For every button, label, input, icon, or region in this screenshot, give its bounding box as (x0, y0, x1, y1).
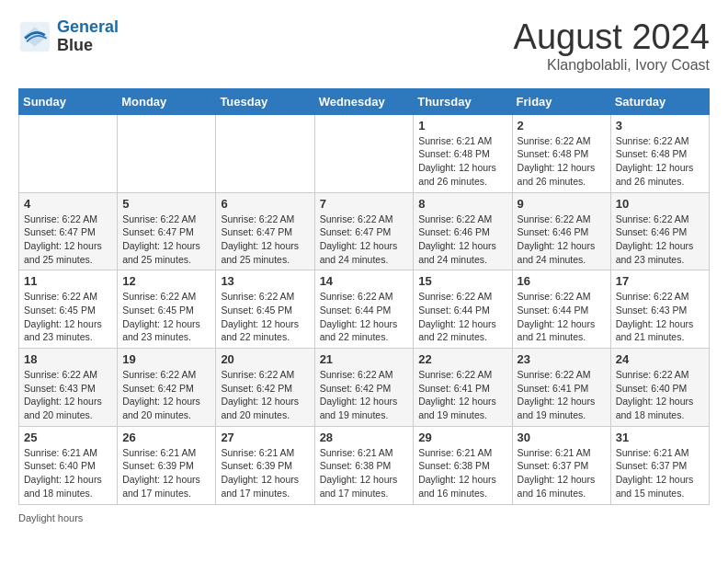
calendar-cell: 7Sunrise: 6:22 AM Sunset: 6:47 PM Daylig… (314, 192, 414, 270)
calendar-cell: 26Sunrise: 6:21 AM Sunset: 6:39 PM Dayli… (118, 426, 216, 504)
header-row: SundayMondayTuesdayWednesdayThursdayFrid… (19, 88, 710, 114)
calendar-cell: 31Sunrise: 6:21 AM Sunset: 6:37 PM Dayli… (610, 426, 709, 504)
day-number: 31 (616, 431, 704, 444)
main-title: August 2024 (514, 18, 710, 57)
day-number: 5 (122, 197, 210, 211)
subtitle: Klangbolabli, Ivory Coast (514, 57, 710, 74)
calendar-cell: 21Sunrise: 6:22 AM Sunset: 6:42 PM Dayli… (314, 349, 414, 427)
calendar-body: 1Sunrise: 6:21 AM Sunset: 6:48 PM Daylig… (19, 114, 710, 504)
day-info: Sunrise: 6:21 AM Sunset: 6:39 PM Dayligh… (122, 446, 210, 500)
calendar-cell: 23Sunrise: 6:22 AM Sunset: 6:41 PM Dayli… (512, 349, 610, 427)
calendar-cell: 25Sunrise: 6:21 AM Sunset: 6:40 PM Dayli… (19, 426, 118, 504)
day-number: 23 (518, 352, 606, 366)
day-number: 25 (24, 431, 112, 444)
calendar-cell: 1Sunrise: 6:21 AM Sunset: 6:48 PM Daylig… (414, 114, 512, 192)
day-number: 20 (221, 352, 309, 366)
day-info: Sunrise: 6:22 AM Sunset: 6:45 PM Dayligh… (221, 290, 309, 344)
day-header-friday: Friday (512, 88, 610, 114)
calendar-cell: 22Sunrise: 6:22 AM Sunset: 6:41 PM Dayli… (414, 349, 512, 427)
logo: General Blue (18, 18, 119, 55)
day-number: 2 (518, 119, 606, 132)
day-info: Sunrise: 6:21 AM Sunset: 6:37 PM Dayligh… (616, 446, 704, 500)
day-number: 3 (616, 119, 704, 132)
day-number: 4 (24, 197, 112, 211)
week-row-1: 1Sunrise: 6:21 AM Sunset: 6:48 PM Daylig… (19, 114, 710, 192)
day-header-monday: Monday (118, 88, 216, 114)
calendar-cell: 10Sunrise: 6:22 AM Sunset: 6:46 PM Dayli… (610, 192, 709, 270)
calendar-cell: 28Sunrise: 6:21 AM Sunset: 6:38 PM Dayli… (314, 426, 414, 504)
calendar-cell: 29Sunrise: 6:21 AM Sunset: 6:38 PM Dayli… (414, 426, 512, 504)
week-row-5: 25Sunrise: 6:21 AM Sunset: 6:40 PM Dayli… (19, 426, 710, 504)
calendar-cell: 8Sunrise: 6:22 AM Sunset: 6:46 PM Daylig… (414, 192, 512, 270)
calendar-cell: 15Sunrise: 6:22 AM Sunset: 6:44 PM Dayli… (414, 270, 512, 349)
day-header-wednesday: Wednesday (314, 88, 414, 114)
day-info: Sunrise: 6:22 AM Sunset: 6:44 PM Dayligh… (418, 290, 506, 344)
day-info: Sunrise: 6:22 AM Sunset: 6:41 PM Dayligh… (518, 368, 606, 422)
day-number: 26 (122, 431, 210, 444)
calendar-cell: 20Sunrise: 6:22 AM Sunset: 6:42 PM Dayli… (216, 349, 314, 427)
day-info: Sunrise: 6:22 AM Sunset: 6:46 PM Dayligh… (616, 213, 704, 267)
day-number: 9 (518, 197, 606, 211)
day-info: Sunrise: 6:22 AM Sunset: 6:47 PM Dayligh… (320, 213, 409, 267)
day-number: 10 (616, 197, 704, 211)
calendar-cell (118, 114, 216, 192)
day-info: Sunrise: 6:22 AM Sunset: 6:42 PM Dayligh… (122, 368, 210, 422)
calendar-cell: 19Sunrise: 6:22 AM Sunset: 6:42 PM Dayli… (118, 349, 216, 427)
day-number: 1 (418, 119, 506, 132)
logo-text: General Blue (57, 18, 119, 55)
day-info: Sunrise: 6:22 AM Sunset: 6:47 PM Dayligh… (122, 213, 210, 267)
day-header-tuesday: Tuesday (216, 88, 314, 114)
calendar-cell: 17Sunrise: 6:22 AM Sunset: 6:43 PM Dayli… (610, 270, 709, 349)
calendar-cell (314, 114, 414, 192)
day-header-thursday: Thursday (414, 88, 512, 114)
day-info: Sunrise: 6:21 AM Sunset: 6:37 PM Dayligh… (518, 446, 606, 500)
calendar-cell (216, 114, 314, 192)
day-number: 19 (122, 352, 210, 366)
calendar-cell: 27Sunrise: 6:21 AM Sunset: 6:39 PM Dayli… (216, 426, 314, 504)
day-number: 30 (518, 431, 606, 444)
calendar-cell: 2Sunrise: 6:22 AM Sunset: 6:48 PM Daylig… (512, 114, 610, 192)
day-number: 13 (221, 274, 309, 288)
day-info: Sunrise: 6:22 AM Sunset: 6:48 PM Dayligh… (616, 134, 704, 189)
day-number: 22 (418, 352, 506, 366)
calendar-cell: 4Sunrise: 6:22 AM Sunset: 6:47 PM Daylig… (19, 192, 118, 270)
day-info: Sunrise: 6:22 AM Sunset: 6:41 PM Dayligh… (418, 368, 506, 422)
calendar-cell: 9Sunrise: 6:22 AM Sunset: 6:46 PM Daylig… (512, 192, 610, 270)
day-info: Sunrise: 6:22 AM Sunset: 6:43 PM Dayligh… (24, 368, 112, 422)
day-info: Sunrise: 6:21 AM Sunset: 6:38 PM Dayligh… (320, 446, 409, 500)
calendar-cell: 18Sunrise: 6:22 AM Sunset: 6:43 PM Dayli… (19, 349, 118, 427)
day-number: 7 (320, 197, 409, 211)
day-number: 15 (418, 274, 506, 288)
day-info: Sunrise: 6:22 AM Sunset: 6:45 PM Dayligh… (122, 290, 210, 344)
day-number: 18 (24, 352, 112, 366)
calendar-cell: 30Sunrise: 6:21 AM Sunset: 6:37 PM Dayli… (512, 426, 610, 504)
calendar-cell: 14Sunrise: 6:22 AM Sunset: 6:44 PM Dayli… (314, 270, 414, 349)
day-number: 16 (518, 274, 606, 288)
logo-icon (18, 20, 51, 53)
calendar-cell: 16Sunrise: 6:22 AM Sunset: 6:44 PM Dayli… (512, 270, 610, 349)
footer-note: Daylight hours (18, 512, 710, 523)
day-number: 28 (320, 431, 409, 444)
day-info: Sunrise: 6:21 AM Sunset: 6:39 PM Dayligh… (221, 446, 309, 500)
calendar-cell: 3Sunrise: 6:22 AM Sunset: 6:48 PM Daylig… (610, 114, 709, 192)
day-info: Sunrise: 6:22 AM Sunset: 6:42 PM Dayligh… (221, 368, 309, 422)
calendar-header: SundayMondayTuesdayWednesdayThursdayFrid… (19, 88, 710, 114)
day-number: 21 (320, 352, 409, 366)
calendar-cell: 24Sunrise: 6:22 AM Sunset: 6:40 PM Dayli… (610, 349, 709, 427)
day-number: 11 (24, 274, 112, 288)
day-number: 29 (418, 431, 506, 444)
week-row-3: 11Sunrise: 6:22 AM Sunset: 6:45 PM Dayli… (19, 270, 710, 349)
day-info: Sunrise: 6:22 AM Sunset: 6:46 PM Dayligh… (518, 213, 606, 267)
calendar-cell: 12Sunrise: 6:22 AM Sunset: 6:45 PM Dayli… (118, 270, 216, 349)
day-number: 27 (221, 431, 309, 444)
logo-line1: General (57, 17, 119, 36)
calendar-cell (19, 114, 118, 192)
day-number: 6 (221, 197, 309, 211)
calendar-cell: 13Sunrise: 6:22 AM Sunset: 6:45 PM Dayli… (216, 270, 314, 349)
title-block: August 2024 Klangbolabli, Ivory Coast (514, 18, 710, 74)
day-info: Sunrise: 6:21 AM Sunset: 6:48 PM Dayligh… (418, 134, 506, 189)
day-header-saturday: Saturday (610, 88, 709, 114)
day-info: Sunrise: 6:22 AM Sunset: 6:45 PM Dayligh… (24, 290, 112, 344)
day-info: Sunrise: 6:22 AM Sunset: 6:47 PM Dayligh… (221, 213, 309, 267)
day-header-sunday: Sunday (19, 88, 118, 114)
